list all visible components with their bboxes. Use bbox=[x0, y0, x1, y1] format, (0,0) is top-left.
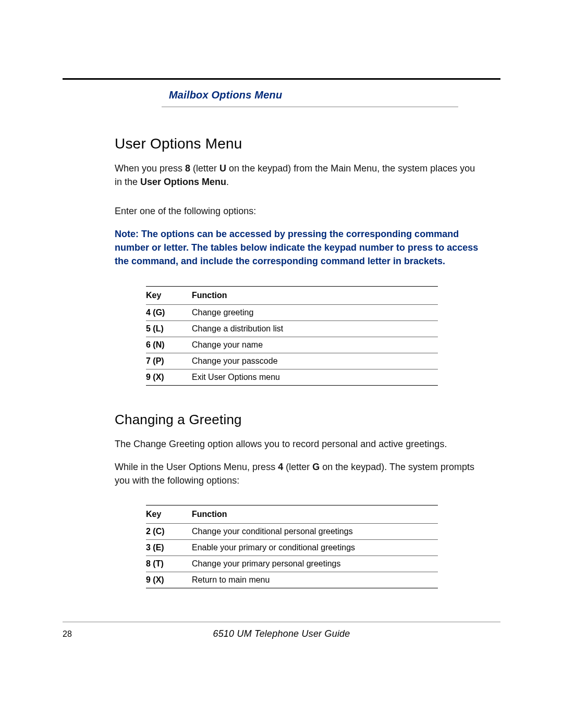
page-footer: 28 6510 UM Telephone User Guide bbox=[63, 622, 500, 639]
changing-greeting-intro: The Change Greeting option allows you to… bbox=[115, 437, 480, 451]
key-4: 4 bbox=[278, 462, 283, 472]
greeting-table: Key Function 2 (C) Change your condition… bbox=[146, 505, 438, 588]
page: Mailbox Options Menu User Options Menu W… bbox=[0, 0, 563, 728]
table-row: 7 (P) Change your passcode bbox=[146, 353, 438, 369]
cell-function: Exit User Options menu bbox=[192, 369, 438, 385]
table-row: 9 (X) Exit User Options menu bbox=[146, 369, 438, 385]
cell-function: Change your name bbox=[192, 337, 438, 353]
header-section-title: Mailbox Options Menu bbox=[169, 89, 282, 101]
text-fragment: (letter bbox=[190, 163, 219, 174]
table-row: 4 (G) Change greeting bbox=[146, 304, 438, 320]
enter-options-text: Enter one of the following options: bbox=[115, 204, 480, 218]
table-row: 9 (X) Return to main menu bbox=[146, 572, 438, 588]
user-options-menu-bold: User Options Menu bbox=[140, 177, 226, 187]
key-8: 8 bbox=[185, 163, 190, 174]
text-fragment: When you press bbox=[115, 163, 185, 174]
cell-key: 8 (T) bbox=[146, 556, 192, 572]
page-number: 28 bbox=[63, 630, 115, 639]
cell-key: 3 (E) bbox=[146, 539, 192, 556]
letter-g: G bbox=[312, 462, 320, 472]
cell-key: 7 (P) bbox=[146, 353, 192, 369]
cell-function: Enable your primary or conditional greet… bbox=[192, 539, 438, 556]
table-row: 8 (T) Change your primary personal greet… bbox=[146, 556, 438, 572]
letter-u: U bbox=[219, 163, 226, 174]
changing-greeting-instruction: While in the User Options Menu, press 4 … bbox=[115, 460, 480, 487]
table-header-row: Key Function bbox=[146, 505, 438, 523]
user-options-heading: User Options Menu bbox=[115, 135, 480, 152]
cell-key: 5 (L) bbox=[146, 320, 192, 337]
cell-key: 9 (X) bbox=[146, 369, 192, 385]
cell-function: Change your primary personal greetings bbox=[192, 556, 438, 572]
cell-key: 9 (X) bbox=[146, 572, 192, 588]
cell-function: Change your passcode bbox=[192, 353, 438, 369]
cell-key: 6 (N) bbox=[146, 337, 192, 353]
th-key: Key bbox=[146, 286, 192, 304]
user-options-table: Key Function 4 (G) Change greeting 5 (L)… bbox=[146, 286, 438, 386]
table-row: 6 (N) Change your name bbox=[146, 337, 438, 353]
cell-function: Change greeting bbox=[192, 304, 438, 320]
cell-key: 2 (C) bbox=[146, 523, 192, 539]
footer-title: 6510 UM Telephone User Guide bbox=[115, 628, 500, 639]
table-row: 5 (L) Change a distribution list bbox=[146, 320, 438, 337]
header-tab: Mailbox Options Menu bbox=[162, 85, 458, 107]
th-key: Key bbox=[146, 505, 192, 523]
cell-key: 4 (G) bbox=[146, 304, 192, 320]
table-row: 3 (E) Enable your primary or conditional… bbox=[146, 539, 438, 556]
th-function: Function bbox=[192, 286, 438, 304]
note-text: Note: The options can be accessed by pre… bbox=[115, 227, 480, 268]
content-area: User Options Menu When you press 8 (lett… bbox=[115, 135, 480, 588]
text-fragment: . bbox=[226, 177, 229, 187]
text-fragment: While in the User Options Menu, press bbox=[115, 462, 278, 472]
table-header-row: Key Function bbox=[146, 286, 438, 304]
table-row: 2 (C) Change your conditional personal g… bbox=[146, 523, 438, 539]
cell-function: Change your conditional personal greetin… bbox=[192, 523, 438, 539]
th-function: Function bbox=[192, 505, 438, 523]
changing-greeting-heading: Changing a Greeting bbox=[115, 412, 480, 428]
user-options-intro: When you press 8 (letter U on the keypad… bbox=[115, 162, 480, 189]
text-fragment: (letter bbox=[283, 462, 312, 472]
cell-function: Change a distribution list bbox=[192, 320, 438, 337]
cell-function: Return to main menu bbox=[192, 572, 438, 588]
top-rule: Mailbox Options Menu bbox=[63, 78, 500, 107]
